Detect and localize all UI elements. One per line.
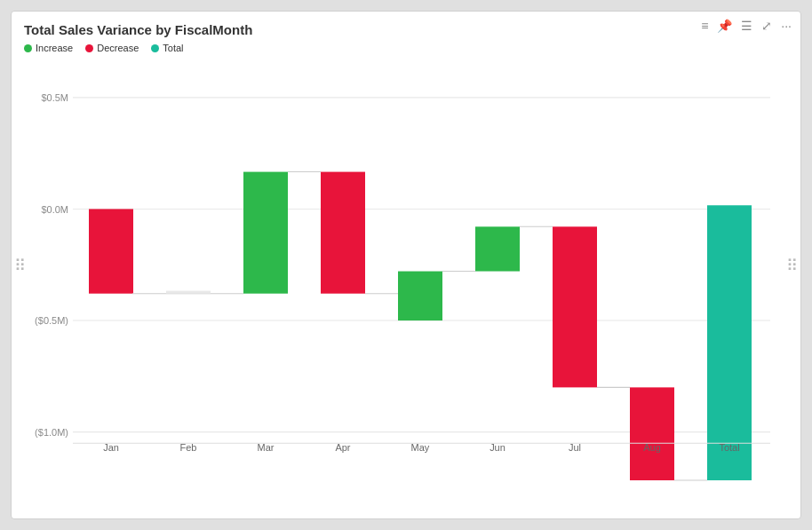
bar-apr[interactable] xyxy=(321,172,365,294)
legend-item-increase: Increase xyxy=(24,43,73,53)
toolbar: ≡ 📌 ☰ ⤢ ··· xyxy=(701,19,792,33)
legend-label-total: Total xyxy=(163,43,183,53)
bar-may[interactable] xyxy=(398,272,442,320)
legend-dot-decrease xyxy=(85,44,93,52)
svg-text:($0.5M): ($0.5M) xyxy=(35,315,68,326)
legend: Increase Decrease Total xyxy=(24,43,788,53)
bar-feb[interactable] xyxy=(166,291,211,294)
bar-total[interactable] xyxy=(707,205,752,480)
legend-label-increase: Increase xyxy=(36,43,73,53)
chart-card: ⠿ ⠿ ≡ 📌 ☰ ⤢ ··· Total Sales Variance by … xyxy=(11,11,801,519)
svg-text:($1.0M): ($1.0M) xyxy=(35,427,68,438)
legend-dot-increase xyxy=(24,44,32,52)
chart-title: Total Sales Variance by FiscalMonth xyxy=(24,22,788,37)
bar-jul[interactable] xyxy=(553,226,597,387)
legend-label-decrease: Decrease xyxy=(97,43,139,53)
bar-jan[interactable] xyxy=(89,209,133,293)
hamburger-icon[interactable]: ≡ xyxy=(701,19,708,33)
bar-jun[interactable] xyxy=(475,226,520,271)
chart-area: $0.5M $0.0M ($0.5M) ($1.0M) xyxy=(24,60,788,460)
svg-text:$0.0M: $0.0M xyxy=(41,203,68,214)
chart-svg: $0.5M $0.0M ($0.5M) ($1.0M) xyxy=(24,60,788,460)
legend-item-decrease: Decrease xyxy=(85,43,139,53)
svg-text:$0.5M: $0.5M xyxy=(41,92,68,103)
pin-icon[interactable]: 📌 xyxy=(717,19,732,33)
more-icon[interactable]: ··· xyxy=(781,19,792,33)
bar-mar[interactable] xyxy=(243,172,288,294)
legend-dot-total xyxy=(151,44,159,52)
legend-item-total: Total xyxy=(151,43,183,53)
expand-icon[interactable]: ⤢ xyxy=(761,19,772,33)
filter-icon[interactable]: ☰ xyxy=(741,19,752,33)
bar-aug[interactable] xyxy=(630,387,674,480)
